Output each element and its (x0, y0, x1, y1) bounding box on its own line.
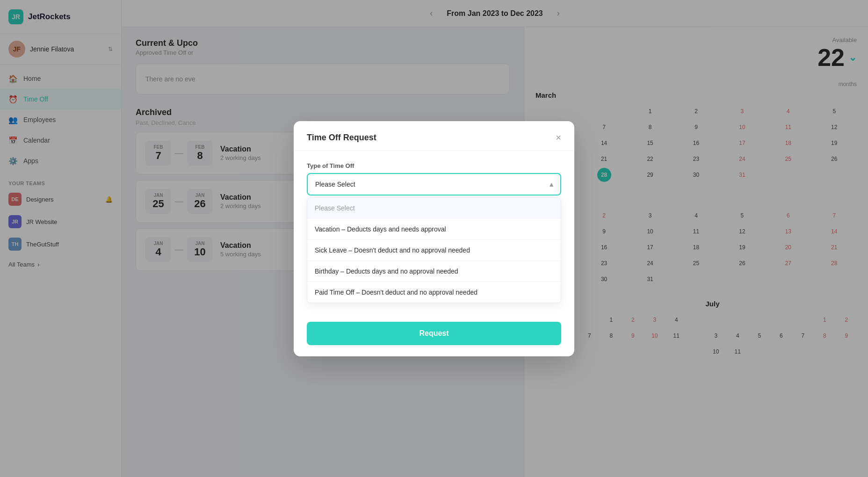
dropdown-option-birthday[interactable]: Birthday – Deducts days and no approval … (307, 261, 561, 282)
modal-header: Time Off Request × (294, 121, 574, 151)
dropdown-options-list: Please Select Vacation – Deducts days an… (307, 197, 561, 303)
dropdown-option-vacation[interactable]: Vacation – Deducts days and needs approv… (307, 219, 561, 240)
request-button[interactable]: Request (307, 322, 561, 345)
modal-body: Type of Time Off Please Select ▲ Please … (294, 151, 574, 314)
modal-close-button[interactable]: × (556, 132, 561, 143)
type-dropdown[interactable]: Please Select (307, 173, 561, 195)
time-off-request-modal: Time Off Request × Type of Time Off Plea… (294, 121, 574, 356)
dropdown-option-please-select[interactable]: Please Select (307, 198, 561, 219)
modal-title: Time Off Request (307, 133, 376, 143)
modal-footer: Request (294, 314, 574, 356)
dropdown-option-sick-leave[interactable]: Sick Leave – Doesn't deduct and no appro… (307, 240, 561, 261)
dropdown-selected-value: Please Select (315, 181, 355, 188)
modal-overlay[interactable]: Time Off Request × Type of Time Off Plea… (0, 0, 868, 477)
type-dropdown-wrapper: Please Select ▲ (307, 173, 561, 195)
dropdown-option-paid-time-off[interactable]: Paid Time Off – Doesn't deduct and no ap… (307, 282, 561, 303)
type-of-timeoff-label: Type of Time Off (307, 162, 561, 169)
